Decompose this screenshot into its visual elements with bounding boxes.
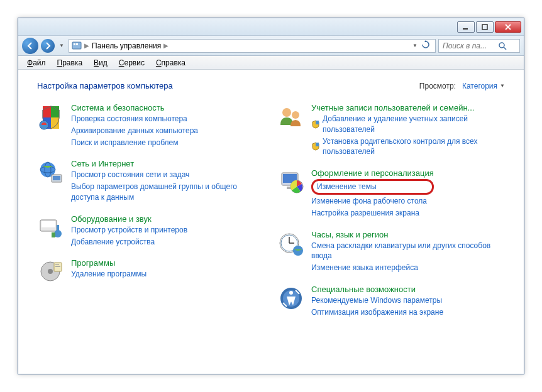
programs-icon <box>37 258 65 286</box>
clock-language-icon <box>277 230 305 258</box>
search-input[interactable] <box>441 41 498 51</box>
link-backup-data[interactable]: Архивирование данных компьютера <box>71 126 198 136</box>
category-title-network-internet[interactable]: Сеть и Интернет <box>71 159 265 168</box>
svg-rect-1 <box>482 24 487 30</box>
link-homegroup-sharing[interactable]: Выбор параметров домашней группы и общег… <box>71 182 265 203</box>
breadcrumb-root[interactable]: Панель управления <box>92 41 161 50</box>
left-column: Система и безопасность Проверка состояни… <box>37 103 265 318</box>
system-security-icon <box>37 103 65 131</box>
svg-rect-2 <box>72 42 81 49</box>
right-column: Учетные записи пользователей и семейн...… <box>277 103 505 318</box>
refresh-icon[interactable] <box>421 40 430 51</box>
category-system-security: Система и безопасность Проверка состояни… <box>37 103 265 148</box>
svg-point-27 <box>292 111 299 119</box>
view-by-dropdown[interactable]: Категория ▼ <box>462 82 505 90</box>
link-display-language[interactable]: Изменение языка интерфейса <box>311 263 505 273</box>
category-hardware-sound: Оборудование и звук Просмотр устройств и… <box>37 214 265 248</box>
view-by: Просмотр: Категория ▼ <box>419 82 505 90</box>
close-button[interactable] <box>495 21 521 33</box>
page-title: Настройка параметров компьютера <box>37 81 173 90</box>
content-header: Настройка параметров компьютера Просмотр… <box>37 81 505 90</box>
category-title-programs[interactable]: Программы <box>71 258 147 268</box>
svg-rect-20 <box>57 225 59 232</box>
shield-icon <box>311 120 320 129</box>
hardware-sound-icon <box>37 214 65 242</box>
content: Настройка параметров компьютера Просмотр… <box>18 70 524 374</box>
link-check-computer-status[interactable]: Проверка состояния компьютера <box>71 114 198 124</box>
link-add-remove-accounts[interactable]: Добавление и удаление учетных записей по… <box>323 114 505 135</box>
link-network-status[interactable]: Просмотр состояния сети и задач <box>71 170 265 180</box>
maximize-button[interactable] <box>476 21 494 33</box>
minimize-button[interactable] <box>457 21 475 33</box>
chevron-right-icon: ▶ <box>163 42 169 49</box>
svg-rect-18 <box>41 221 55 227</box>
link-find-fix-problems[interactable]: Поиск и исправление проблем <box>71 138 198 148</box>
menu-service[interactable]: Сервис <box>114 57 150 68</box>
svg-rect-4 <box>76 43 78 45</box>
search-box[interactable] <box>438 39 520 53</box>
search-icon <box>498 41 507 50</box>
svg-rect-0 <box>463 28 468 30</box>
link-change-theme[interactable]: Изменение темы <box>311 179 434 195</box>
category-user-accounts: Учетные записи пользователей и семейн...… <box>277 103 505 157</box>
category-appearance-personalization: Оформление и персонализация Изменение те… <box>277 168 505 218</box>
svg-rect-24 <box>55 264 59 265</box>
view-by-label: Просмотр: <box>419 82 456 90</box>
titlebar <box>18 18 524 36</box>
link-recommended-settings[interactable]: Рекомендуемые Windows параметры <box>311 295 443 306</box>
svg-rect-29 <box>316 143 319 146</box>
user-accounts-icon <box>277 103 305 131</box>
chevron-down-icon: ▼ <box>500 83 505 89</box>
chevron-right-icon: ▶ <box>84 42 89 49</box>
ease-of-access-icon <box>277 285 305 312</box>
link-optimize-display[interactable]: Оптимизация изображения на экране <box>311 307 443 318</box>
svg-point-41 <box>289 291 293 295</box>
control-panel-icon <box>72 41 82 51</box>
link-keyboard-layout[interactable]: Смена раскладки клавиатуры или других сп… <box>311 241 505 262</box>
category-title-hardware-sound[interactable]: Оборудование и звук <box>71 214 187 224</box>
svg-rect-28 <box>316 121 319 124</box>
breadcrumb[interactable]: ▶ Панель управления ▶ ▼ <box>69 39 436 53</box>
menu-help[interactable]: Справка <box>151 57 191 68</box>
link-uninstall-program[interactable]: Удаление программы <box>71 269 147 280</box>
category-title-clock-language[interactable]: Часы, язык и регион <box>311 230 505 239</box>
category-title-system-security[interactable]: Система и безопасность <box>71 103 198 112</box>
menubar: Файл Правка Вид Сервис Справка <box>18 56 524 70</box>
svg-rect-16 <box>53 176 60 180</box>
appearance-icon <box>277 168 305 196</box>
link-devices-printers[interactable]: Просмотр устройств и принтеров <box>71 225 187 236</box>
menu-view[interactable]: Вид <box>89 57 113 68</box>
shield-icon <box>311 142 320 151</box>
link-change-wallpaper[interactable]: Изменение фона рабочего стола <box>311 196 434 207</box>
view-by-value: Категория <box>462 82 497 90</box>
svg-point-5 <box>499 43 504 48</box>
svg-rect-3 <box>74 43 75 45</box>
category-network-internet: Сеть и Интернет Просмотр состояния сети … <box>37 159 265 202</box>
menu-edit[interactable]: Правка <box>52 57 88 68</box>
back-button[interactable] <box>22 38 38 54</box>
category-clock-language-region: Часы, язык и регион Смена раскладки клав… <box>277 230 505 273</box>
control-panel-window: ▼ ▶ Панель управления ▶ ▼ Файл Правка Ви… <box>18 18 524 374</box>
link-screen-resolution[interactable]: Настройка разрешения экрана <box>311 208 434 219</box>
navbar: ▼ ▶ Панель управления ▶ ▼ <box>18 36 524 56</box>
svg-line-6 <box>504 47 506 50</box>
breadcrumb-dropdown[interactable]: ▼ <box>412 43 418 48</box>
svg-point-26 <box>282 108 291 117</box>
category-columns: Система и безопасность Проверка состояни… <box>37 103 505 318</box>
link-parental-controls[interactable]: Установка родительского контроля для все… <box>323 136 505 158</box>
svg-rect-25 <box>55 266 60 267</box>
category-ease-of-access: Специальные возможности Рекомендуемые Wi… <box>277 285 505 318</box>
category-title-appearance[interactable]: Оформление и персонализация <box>311 168 434 178</box>
category-programs: Программы Удаление программы <box>37 258 265 286</box>
nav-history-dropdown[interactable]: ▼ <box>57 43 66 48</box>
svg-point-22 <box>48 269 53 274</box>
category-title-user-accounts[interactable]: Учетные записи пользователей и семейн... <box>311 103 505 112</box>
forward-button[interactable] <box>41 39 55 53</box>
link-add-device[interactable]: Добавление устройства <box>71 237 187 248</box>
network-internet-icon <box>37 159 65 187</box>
menu-file[interactable]: Файл <box>22 57 51 68</box>
category-title-ease-of-access[interactable]: Специальные возможности <box>311 285 443 294</box>
